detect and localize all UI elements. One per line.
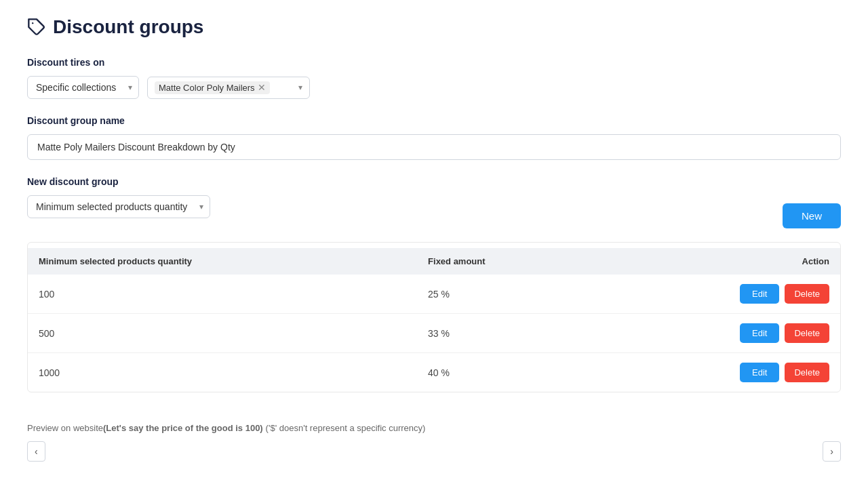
table-row: 500 33 % Edit Delete bbox=[28, 314, 840, 353]
discount-table-wrapper: Minimum selected products quantity Fixed… bbox=[27, 242, 841, 392]
action-buttons: Edit Delete bbox=[604, 323, 829, 343]
new-discount-group-label: New discount group bbox=[27, 176, 841, 187]
row-qty: 500 bbox=[28, 314, 417, 353]
action-buttons: Edit Delete bbox=[604, 363, 829, 382]
preview-navigation: ‹ › bbox=[27, 441, 841, 462]
collection-type-select[interactable]: Specific collectionsAll productsSpecific… bbox=[27, 76, 139, 99]
col-header-qty: Minimum selected products quantity bbox=[28, 248, 417, 274]
discount-group-name-label: Discount group name bbox=[27, 115, 841, 126]
discount-type-wrapper: Minimum selected products quantityMinimu… bbox=[27, 195, 210, 218]
discount-table: Minimum selected products quantity Fixed… bbox=[28, 248, 840, 392]
table-row: 100 25 % Edit Delete bbox=[28, 274, 840, 314]
col-header-action: Action bbox=[593, 248, 840, 274]
remove-tag-icon[interactable]: ✕ bbox=[258, 83, 266, 92]
row-actions: Edit Delete bbox=[593, 314, 840, 353]
edit-button[interactable]: Edit bbox=[740, 284, 779, 304]
new-discount-group-section: New discount group Minimum selected prod… bbox=[27, 176, 841, 228]
col-header-amount: Fixed amount bbox=[417, 248, 593, 274]
delete-button[interactable]: Delete bbox=[785, 323, 829, 343]
row-actions: Edit Delete bbox=[593, 353, 840, 392]
page-title: Discount groups bbox=[53, 16, 203, 38]
collection-tag-arrow: ▾ bbox=[298, 83, 302, 92]
preview-currency-note: ('$' doesn't represent a specific curren… bbox=[266, 423, 426, 433]
table-row: 1000 40 % Edit Delete bbox=[28, 353, 840, 392]
collection-tag-box[interactable]: Matte Color Poly Mailers ✕ ▾ bbox=[147, 77, 310, 99]
row-amount: 33 % bbox=[417, 314, 593, 353]
preview-title: Preview on website(Let's say the price o… bbox=[27, 422, 841, 433]
collection-tag-chip: Matte Color Poly Mailers ✕ bbox=[155, 81, 270, 94]
collection-tag-label: Matte Color Poly Mailers bbox=[159, 83, 255, 93]
row-amount: 40 % bbox=[417, 353, 593, 392]
row-qty: 100 bbox=[28, 274, 417, 314]
discount-group-name-input[interactable] bbox=[27, 134, 841, 160]
discount-tires-controls: Specific collectionsAll productsSpecific… bbox=[27, 76, 841, 99]
new-discount-button[interactable]: New bbox=[783, 203, 841, 228]
row-actions: Edit Delete bbox=[593, 274, 840, 314]
discount-tires-label: Discount tires on bbox=[27, 57, 841, 68]
collection-type-wrapper: Specific collectionsAll productsSpecific… bbox=[27, 76, 139, 99]
row-qty: 1000 bbox=[28, 353, 417, 392]
edit-button[interactable]: Edit bbox=[740, 323, 779, 343]
delete-button[interactable]: Delete bbox=[785, 363, 829, 382]
page-header: Discount groups bbox=[27, 16, 841, 38]
preview-prev-button[interactable]: ‹ bbox=[27, 441, 45, 462]
discount-group-name-section: Discount group name bbox=[27, 115, 841, 160]
row-amount: 25 % bbox=[417, 274, 593, 314]
edit-button[interactable]: Edit bbox=[740, 363, 779, 382]
delete-button[interactable]: Delete bbox=[785, 284, 829, 304]
action-buttons: Edit Delete bbox=[604, 284, 829, 304]
discount-type-select[interactable]: Minimum selected products quantityMinimu… bbox=[27, 195, 210, 218]
table-header-row: Minimum selected products quantity Fixed… bbox=[28, 248, 840, 274]
tag-icon bbox=[27, 18, 46, 37]
preview-section: Preview on website(Let's say the price o… bbox=[27, 409, 841, 462]
preview-next-button[interactable]: › bbox=[823, 441, 841, 462]
discount-tires-section: Discount tires on Specific collectionsAl… bbox=[27, 57, 841, 99]
preview-title-text: Preview on website(Let's say the price o… bbox=[27, 422, 266, 433]
